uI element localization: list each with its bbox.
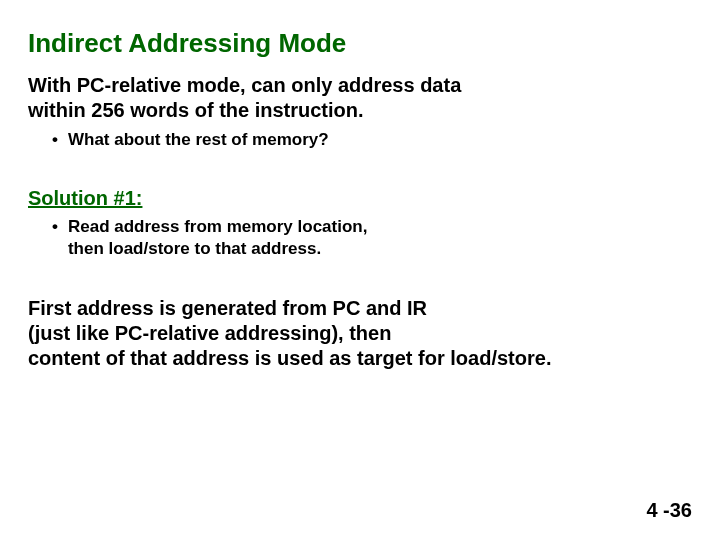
para2-line3: content of that address is used as targe…: [28, 347, 551, 369]
para1-line2: within 256 words of the instruction.: [28, 99, 364, 121]
bullet2-line2: then load/store to that address.: [68, 239, 321, 258]
bullet-dot-icon: •: [52, 216, 68, 238]
para1-line1: With PC-relative mode, can only address …: [28, 74, 461, 96]
bullet1-text: What about the rest of memory?: [68, 129, 329, 151]
bullet2-line1: Read address from memory location,: [68, 217, 367, 236]
para2-line1: First address is generated from PC and I…: [28, 297, 427, 319]
slide-title: Indirect Addressing Mode: [28, 28, 692, 59]
para2-line2: (just like PC-relative addressing), then: [28, 322, 391, 344]
solution-heading: Solution #1:: [28, 187, 692, 210]
page-number: 4 -36: [646, 499, 692, 522]
paragraph-1: With PC-relative mode, can only address …: [28, 73, 692, 123]
bullet2-text: Read address from memory location, then …: [68, 216, 367, 260]
bullet-dot-icon: •: [52, 129, 68, 151]
bullet-item-1: • What about the rest of memory?: [52, 129, 692, 151]
slide-content: Indirect Addressing Mode With PC-relativ…: [0, 0, 720, 540]
bullet-group-1: • What about the rest of memory?: [52, 129, 692, 151]
bullet-item-2: • Read address from memory location, the…: [52, 216, 692, 260]
bullet-group-2: • Read address from memory location, the…: [52, 216, 692, 260]
paragraph-2: First address is generated from PC and I…: [28, 296, 692, 371]
